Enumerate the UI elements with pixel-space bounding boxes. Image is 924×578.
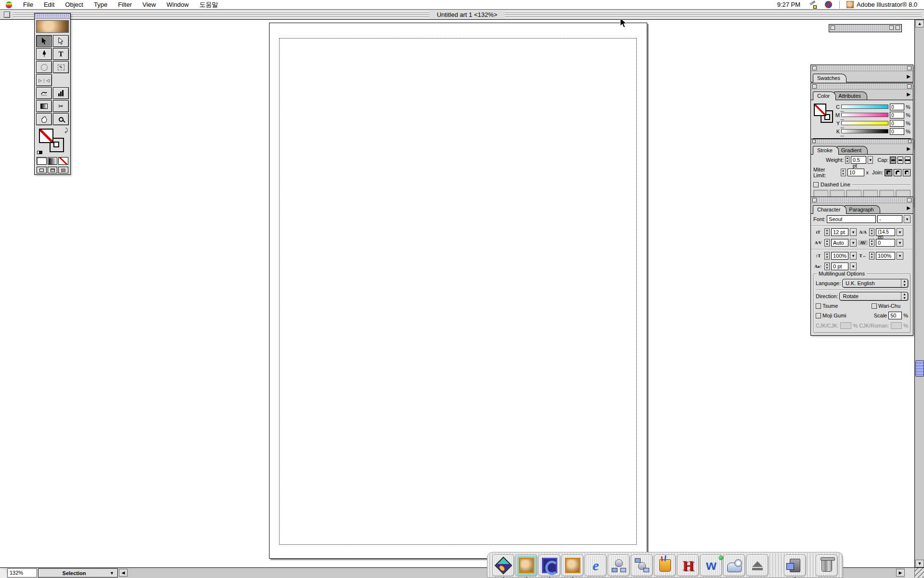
selection-tool[interactable] <box>36 35 52 47</box>
tab-gradient[interactable]: Gradient <box>837 146 868 154</box>
butt-cap-button[interactable] <box>890 157 896 164</box>
default-fill-stroke-icon[interactable] <box>37 151 42 155</box>
yellow-value-field[interactable]: 0 <box>890 120 904 127</box>
scroll-down-button[interactable]: ▼ <box>915 560 924 567</box>
tab-attributes[interactable]: Attributes <box>834 92 867 100</box>
rotate-tool[interactable] <box>36 61 52 73</box>
round-join-button[interactable] <box>894 169 901 176</box>
toolbox-drag-bar[interactable] <box>35 13 70 19</box>
size-field[interactable]: 12 pt <box>831 228 848 236</box>
palette-close-box[interactable] <box>812 140 816 143</box>
leading-field[interactable]: (14.5 pt) <box>876 228 895 236</box>
artboard-canvas[interactable] <box>0 20 914 567</box>
palette-menu-button[interactable]: ▶ <box>906 73 911 80</box>
fill-color-box[interactable] <box>39 129 53 143</box>
fullscreen-mode-button[interactable] <box>58 167 68 173</box>
palette-collapse-box[interactable] <box>908 140 911 143</box>
tab-color[interactable]: Color <box>813 92 836 100</box>
menu-file[interactable]: File <box>18 0 38 10</box>
tracking-dropdown-button[interactable]: ▼ <box>897 239 903 247</box>
weight-stepper[interactable]: ▲▼ <box>845 156 849 164</box>
free-transform-tool[interactable]: ✎ <box>53 61 69 73</box>
swatches-title-bar[interactable] <box>811 65 913 71</box>
hscale-dropdown-button[interactable]: ▼ <box>897 252 903 260</box>
magenta-value-field[interactable]: 0 <box>890 112 904 118</box>
magenta-slider[interactable] <box>841 113 888 117</box>
character-title-bar[interactable] <box>811 197 913 203</box>
application-menu-label[interactable]: Adobe Illustrator® 8.0 <box>857 1 924 8</box>
dock-item-eject[interactable] <box>746 554 769 577</box>
dock-item-hangul-h[interactable]: H <box>677 554 699 577</box>
artboard-page[interactable] <box>269 23 647 559</box>
palette-collapse-box[interactable] <box>896 26 900 30</box>
dock-item-print-spool[interactable] <box>608 554 630 577</box>
tab-character[interactable]: Character <box>813 205 847 214</box>
graph-tool[interactable] <box>53 87 69 99</box>
yellow-slider[interactable] <box>841 121 888 125</box>
palette-menu-button[interactable]: ▶ <box>906 91 911 98</box>
tab-stroke[interactable]: Stroke <box>813 146 839 155</box>
menu-window[interactable]: Window <box>161 0 194 10</box>
input-method-menu-icon[interactable] <box>809 1 817 9</box>
tsume-checkbox[interactable] <box>816 303 821 309</box>
zoom-level-field[interactable]: 132% <box>7 568 37 578</box>
menu-object[interactable]: Object <box>60 0 89 10</box>
scissors-tool[interactable]: ✂ <box>53 100 69 112</box>
twirl-tool[interactable] <box>36 87 52 99</box>
hscale-field[interactable]: 100% <box>876 252 895 260</box>
kerning-stepper[interactable]: ▲▼ <box>824 239 830 247</box>
menu-clock[interactable]: 9:27 PM <box>777 1 805 8</box>
palette-close-box[interactable] <box>812 198 817 202</box>
font-dropdown-button[interactable]: ▼ <box>904 215 911 223</box>
scroll-right-button[interactable]: ▶ <box>896 569 905 577</box>
cyan-slider[interactable] <box>841 105 888 109</box>
type-tool[interactable]: T <box>53 48 69 60</box>
cyan-value-field[interactable]: 0 <box>890 104 904 110</box>
palette-close-box[interactable] <box>812 84 817 89</box>
scale-field[interactable]: 50 <box>888 312 902 319</box>
palette-collapse-box[interactable] <box>907 84 911 89</box>
vscale-field[interactable]: 100% <box>831 252 848 260</box>
round-cap-button[interactable] <box>898 157 903 164</box>
bevel-join-button[interactable] <box>903 169 911 176</box>
size-dropdown-button[interactable]: ▼ <box>850 228 857 236</box>
dashed-line-checkbox[interactable] <box>813 182 819 187</box>
hscale-stepper[interactable]: ▲▼ <box>869 252 874 260</box>
document-title-bar[interactable]: Untitled art 1 <132%> <box>0 10 924 20</box>
language-popup[interactable]: U.K. English ▲▼ <box>842 279 908 288</box>
window-resize-grip[interactable] <box>914 568 924 578</box>
warichu-checkbox[interactable] <box>872 303 877 309</box>
miter-join-button[interactable] <box>885 169 892 176</box>
palette-menu-button[interactable]: ▶ <box>906 145 911 152</box>
dock-item-blue-swirl-app[interactable] <box>539 554 561 577</box>
leading-stepper[interactable]: ▲▼ <box>869 228 874 236</box>
scroll-up-button[interactable]: ▲ <box>915 20 924 27</box>
dock-item-internet-explorer[interactable]: e <box>585 554 607 577</box>
application-menu-icon[interactable] <box>847 1 854 8</box>
standard-screen-mode-button[interactable] <box>37 167 47 173</box>
dock-item-paint-app[interactable] <box>492 554 514 577</box>
fullscreen-menu-mode-button[interactable] <box>48 167 58 173</box>
leading-dropdown-button[interactable]: ▼ <box>897 228 903 236</box>
direct-selection-tool[interactable] <box>53 35 69 47</box>
tab-paragraph[interactable]: Paragraph <box>845 205 880 213</box>
dock-item-finder[interactable] <box>784 554 806 577</box>
baseline-dropdown-button[interactable]: ▼ <box>850 263 857 270</box>
dock-item-word-w[interactable]: w <box>700 554 722 577</box>
none-button[interactable] <box>58 157 68 165</box>
menu-help[interactable]: 도움말 <box>194 0 223 10</box>
dock-item-illustrator[interactable] <box>515 554 538 577</box>
palette-close-box[interactable] <box>812 66 817 70</box>
gradient-button[interactable] <box>48 157 58 165</box>
tracking-field[interactable]: 0 <box>876 239 895 247</box>
menu-edit[interactable]: Edit <box>38 0 60 10</box>
dock-item-trash[interactable] <box>816 554 838 577</box>
palette-collapse-box[interactable] <box>907 198 911 202</box>
stroke-title-bar[interactable] <box>811 139 913 144</box>
kerning-dropdown-button[interactable]: ▼ <box>850 239 857 247</box>
menu-view[interactable]: View <box>137 0 161 10</box>
color-button[interactable] <box>37 157 47 165</box>
direction-popup[interactable]: Rotate ▲▼ <box>839 292 908 301</box>
palette-menu-button[interactable]: ▶ <box>906 205 911 211</box>
palette-collapse-box[interactable] <box>907 66 911 70</box>
